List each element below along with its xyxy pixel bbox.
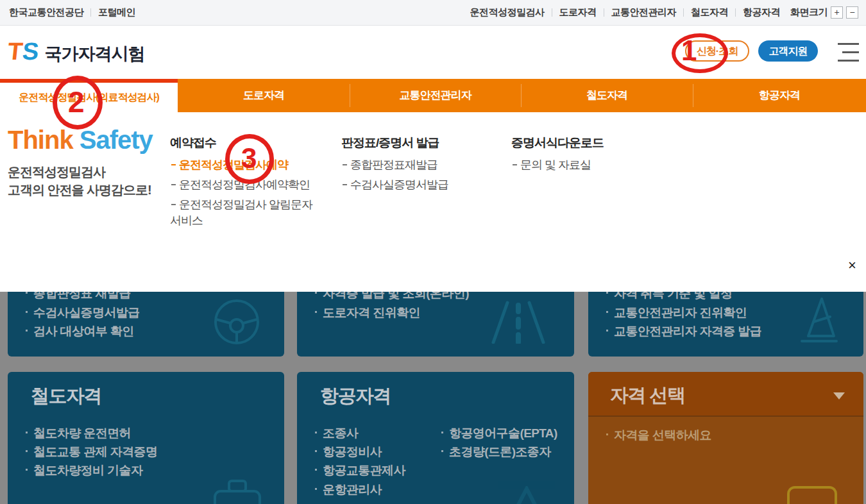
bullet-icon [315, 488, 317, 490]
dash-icon [171, 164, 176, 165]
divider [735, 8, 736, 17]
annotation-number-3: 3 [241, 142, 257, 174]
link-portal-main[interactable]: 포털메인 [98, 6, 135, 19]
hamburger-menu-icon[interactable] [838, 43, 859, 62]
mega-header-certificates[interactable]: 판정표/증명서 발급 [341, 135, 502, 151]
screen: 한국교통안전공단 포털메인 운전적성정밀검사 도로자격 교통안전관리자 철도자격… [0, 0, 866, 504]
bullet-icon [315, 469, 317, 471]
nav-divider [521, 84, 522, 107]
menu-item-exam-certificate[interactable]: 수검사실증명서발급 [341, 177, 502, 193]
panel-road-qualification-services: 자격증 발급 및 조회(온라인) 도로자격 진위확인 [297, 292, 574, 357]
panel-item-clipped[interactable]: 자격 취득 기준 및 일정 [606, 292, 732, 302]
zoom-out-button[interactable]: − [846, 6, 858, 19]
panel-item[interactable]: 수검사실증명서발급 [26, 305, 140, 321]
annotation-number-1: 1 [681, 35, 697, 67]
suitcase-icon [212, 479, 263, 504]
bullet-icon [26, 432, 28, 433]
bullet-icon [441, 432, 443, 433]
dash-icon [343, 164, 347, 165]
nav-divider [693, 84, 693, 107]
divider [90, 8, 91, 17]
panel-item-clipped[interactable]: 자격증 발급 및 조회(온라인) [315, 292, 469, 302]
divider [683, 8, 684, 17]
panel-item[interactable]: 항공교통관제사 [315, 462, 405, 479]
customer-support-button[interactable]: 고객지원 [758, 40, 818, 62]
panel-item[interactable]: 철도차량정비 기술자 [26, 462, 142, 479]
panel-item[interactable]: 검사 대상여부 확인 [26, 323, 134, 340]
mega-header-downloads[interactable]: 증명서식다운로드 [511, 135, 659, 151]
panel-item[interactable]: 초경량(드론)조종자 [441, 444, 551, 460]
divider [604, 8, 604, 17]
qualification-select-placeholder[interactable]: 자격을 선택하세요 [606, 427, 711, 444]
link-traffic-safety-manager[interactable]: 교통안전관리자 [611, 6, 677, 19]
primary-nav: 운전적성정밀검사(의료적성검사) 도로자격 교통안전관리자 철도자격 항공자격 [0, 79, 866, 112]
logo-letter-s: S [21, 39, 40, 63]
dash-icon [171, 184, 176, 185]
page-overlay: 종합판정표 재발급 수검사실증명서발급 검사 대상여부 확인 자격증 발급 및 … [0, 292, 866, 504]
panel-item[interactable]: 도로자격 진위확인 [315, 305, 420, 321]
panel-item[interactable]: 교통안전관리자 진위확인 [606, 305, 747, 321]
bullet-icon [606, 311, 608, 313]
zoom-in-button[interactable]: + [831, 6, 843, 19]
panel-item[interactable]: 항공정비사 [315, 444, 382, 460]
link-kotsa-home[interactable]: 한국교통안전공단 [9, 6, 83, 19]
promo-subtitle: 운전적성정밀검사 고객의 안전을 사명감으로! [8, 163, 162, 199]
panel-item[interactable]: 철도교통 관제 자격증명 [26, 444, 157, 460]
panel-railway-qualification: 철도자격 철도차량 운전면허 철도교통 관제 자격증명 철도차량정비 기술자 [8, 372, 284, 504]
road-icon [484, 300, 552, 344]
menu-item-sms-service[interactable]: 운전적성정밀검사 알림문자 서비스 [170, 197, 321, 229]
bullet-icon [441, 450, 443, 452]
link-driving-aptitude[interactable]: 운전적성정밀검사 [470, 6, 545, 19]
tab-road-qualification[interactable]: 도로자격 [178, 79, 350, 112]
panel-item[interactable]: 교통안전관리자 자격증 발급 [606, 323, 761, 340]
chevron-down-icon[interactable] [833, 392, 845, 399]
hamburger-bar [838, 43, 859, 45]
panel-item-clipped[interactable]: 종합판정표 재발급 [26, 292, 131, 302]
utility-left-links: 한국교통안전공단 포털메인 [9, 6, 135, 19]
link-aviation-qualification[interactable]: 항공자격 [743, 6, 780, 19]
panel-item[interactable]: 항공영어구술(EPTA) [441, 425, 557, 442]
bullet-icon [26, 450, 28, 452]
mega-column-downloads: 증명서식다운로드 문의 및 자료실 [511, 135, 659, 177]
utility-right-links: 운전적성정밀검사 도로자격 교통안전관리자 철도자격 항공자격 화면크기 + − [470, 6, 859, 19]
bullet-icon [315, 432, 317, 433]
menu-item-report-reissue[interactable]: 종합판정표재발급 [341, 157, 502, 173]
bullet-icon [606, 330, 608, 332]
hamburger-bar [842, 51, 859, 53]
panel-item[interactable]: 철도차량 운전면허 [26, 425, 131, 442]
panel-item[interactable]: 운항관리사 [315, 482, 382, 498]
tab-railway-qualification[interactable]: 철도자격 [521, 79, 693, 112]
bullet-icon [315, 450, 317, 452]
panel-item[interactable]: 조종사 [315, 425, 358, 442]
certificate-icon [787, 486, 837, 504]
link-road-qualification[interactable]: 도로자격 [559, 6, 597, 19]
mega-menu-promo: Think Safety 운전적성정밀검사 고객의 안전을 사명감으로! [8, 126, 162, 199]
promo-title-accent: Think [8, 126, 73, 154]
site-header: T S 국가자격시험 신청·조회 고객지원 [0, 26, 866, 79]
traffic-cone-icon [799, 296, 840, 345]
tab-traffic-safety-manager[interactable]: 교통안전관리자 [350, 79, 521, 112]
bullet-icon [26, 330, 28, 332]
bullet-icon [315, 292, 317, 294]
bullet-icon [315, 311, 317, 313]
bullet-icon [26, 311, 28, 313]
panel-title-qualification-select[interactable]: 자격 선택 [610, 383, 685, 408]
panel-qualification-select: 자격 선택 자격을 선택하세요 [588, 372, 863, 504]
promo-line2: 고객의 안전을 사명감으로! [8, 181, 162, 199]
close-icon[interactable]: × [848, 258, 856, 273]
tab-aviation-qualification[interactable]: 항공자격 [693, 79, 866, 112]
menu-item-inquiry-archive[interactable]: 문의 및 자료실 [511, 157, 659, 173]
dash-icon [513, 164, 517, 165]
ts-logo[interactable]: T S 국가자격시험 [8, 39, 145, 65]
promo-title: Think Safety [8, 126, 162, 154]
promo-title-rest: Safety [80, 126, 153, 154]
panel-title-railway[interactable]: 철도자격 [31, 383, 101, 409]
dash-icon [343, 184, 347, 185]
nav-divider [350, 84, 350, 107]
mega-menu: Think Safety 운전적성정밀검사 고객의 안전을 사명감으로! 예약접… [0, 112, 866, 292]
steering-wheel-icon [212, 297, 262, 347]
link-railway-qualification[interactable]: 철도자격 [691, 6, 728, 19]
panel-traffic-safety-manager-services: 자격 취득 기준 및 일정 교통안전관리자 진위확인 교통안전관리자 자격증 발… [588, 292, 863, 357]
panel-aviation-qualification: 항공자격 조종사 항공정비사 항공교통관제사 운항관리사 항공영어구술(EPTA… [297, 372, 574, 504]
panel-title-aviation[interactable]: 항공자격 [320, 383, 391, 409]
